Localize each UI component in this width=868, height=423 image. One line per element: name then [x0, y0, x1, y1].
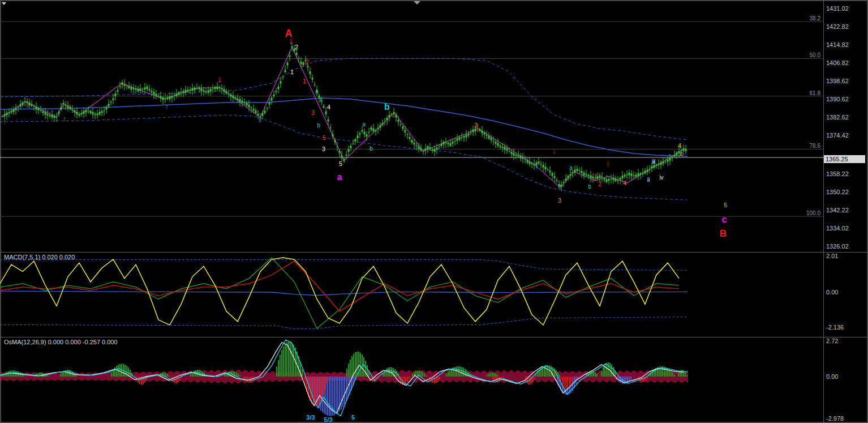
candle-body [384, 122, 386, 122]
candle-body [362, 130, 363, 131]
candle-body [328, 119, 329, 121]
wave-label: iv [659, 174, 663, 181]
candle-body [373, 129, 375, 131]
candle-body [20, 104, 22, 106]
candle-body [38, 108, 40, 110]
candle-body [135, 89, 137, 90]
candle-body [427, 146, 429, 149]
wave-label: 5 [323, 134, 326, 141]
macd-plot [0, 258, 687, 329]
candle-body [663, 161, 664, 164]
chart-canvas[interactable]: 38.250.061.878.6100.0↓↓↓↓↓↓↓↓↓↓↑↑↑↑↑↑↑A2… [0, 0, 868, 423]
candle-body [49, 115, 51, 116]
candle-body [276, 91, 277, 92]
wave-label: 2 [306, 58, 309, 65]
axis-tick: 1382.62 [826, 114, 849, 121]
candle-body [314, 84, 316, 85]
candle-body [432, 149, 433, 151]
candle-body [568, 176, 569, 179]
candle-body [264, 110, 266, 113]
wave-label: 2 [598, 181, 601, 187]
candle-body [341, 155, 343, 158]
wave-label: A [285, 28, 293, 39]
current-price-tag: 1365.25 [824, 155, 865, 163]
chart-menu-icon[interactable] [2, 2, 6, 5]
candle-body [171, 96, 173, 98]
candle-body [506, 148, 508, 151]
sell-arrow-icon: ↓ [27, 100, 31, 108]
candle-body [108, 104, 110, 106]
macd-indicator-label: MACD(7,5,1) 0.020 0.020 [4, 254, 75, 260]
candle-body [51, 115, 53, 118]
axis-tick: -2.978 [826, 415, 844, 422]
candle-body [436, 147, 438, 149]
candle-body [482, 130, 483, 133]
candle-body [147, 87, 148, 89]
candle-body [185, 89, 187, 92]
candle-body [323, 106, 325, 108]
wave-label: b [384, 102, 390, 112]
candle-body [620, 178, 621, 180]
candle-body [638, 173, 639, 176]
candle-body [56, 117, 58, 118]
axis-tick: 1406.82 [826, 59, 849, 66]
candle-body [497, 143, 499, 146]
candle-body [61, 107, 62, 110]
wave-count-label: 5/3 [324, 416, 332, 423]
buy-arrow-icon: ↑ [63, 114, 67, 123]
candle-body [296, 53, 298, 55]
candle-body [353, 143, 354, 144]
candle-body [644, 170, 646, 173]
wave-label: a [337, 172, 342, 182]
chart-window: 38.250.061.878.6100.0↓↓↓↓↓↓↓↓↓↓↑↑↑↑↑↑↑A2… [0, 0, 868, 423]
candle-body [239, 99, 241, 102]
wave-label: 4 [678, 142, 681, 149]
candle-body [137, 89, 139, 92]
candle-body [416, 146, 418, 147]
candle-body [554, 176, 556, 178]
candle-body [257, 114, 259, 116]
candle-body [450, 143, 452, 146]
candle-body [149, 89, 151, 90]
candle-body [214, 87, 216, 89]
candle-body [382, 123, 384, 125]
candle-body [439, 147, 440, 147]
candle-body [448, 143, 449, 144]
candle-body [504, 147, 506, 149]
axis-tick: 1422.82 [826, 23, 849, 30]
candle-body [90, 111, 92, 113]
fib-level-label: 38.2 [810, 15, 821, 22]
price-axis[interactable]: 1431.021422.821414.821406.821398.621390.… [824, 0, 868, 423]
candle-body [54, 116, 55, 118]
candle-body [346, 155, 347, 156]
wave-label: c [680, 150, 683, 157]
candle-body [502, 147, 504, 148]
candle-body [565, 178, 567, 180]
candle-body [357, 135, 359, 138]
candle-body [402, 126, 404, 129]
panel-resize-handle-icon[interactable] [414, 1, 420, 5]
candle-body [142, 89, 144, 89]
candle-body [183, 91, 184, 93]
candle-body [470, 133, 472, 133]
axis-tick: -2.136 [826, 324, 844, 331]
candle-body [615, 178, 617, 181]
candle-body [81, 113, 83, 114]
candle-body [83, 111, 85, 114]
axis-tick: 1390.62 [826, 96, 849, 102]
candle-body [364, 132, 366, 135]
candle-body [187, 89, 189, 91]
candle-body [495, 142, 497, 143]
candle-body [178, 92, 180, 95]
candle-body [45, 112, 46, 115]
candle-body [128, 86, 130, 88]
candle-body [330, 127, 332, 128]
candle-body [617, 180, 619, 181]
candle-body [291, 46, 293, 48]
wave-label: a [315, 88, 319, 95]
candle-body [63, 103, 65, 104]
candle-body [343, 160, 345, 161]
candle-body [153, 92, 155, 95]
sell-arrow-icon: ↓ [606, 159, 610, 167]
wave-label: 2 [295, 44, 298, 50]
